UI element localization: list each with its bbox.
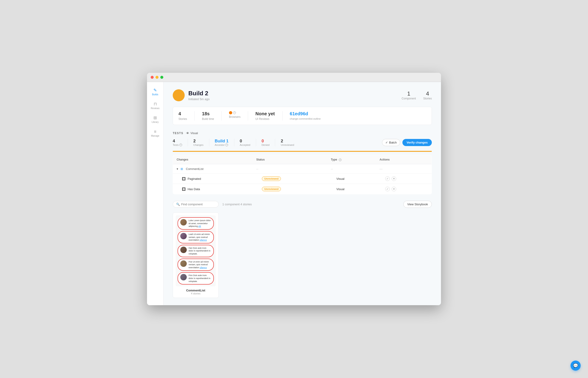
col-actions: Actions (376, 155, 432, 164)
accepted-label: Accepted (240, 144, 250, 146)
component-name: CommentList (186, 167, 204, 171)
stat-tests: 4 Tests ? (173, 139, 188, 146)
col-type: Type ? (327, 155, 376, 164)
component-card-title: CommentList (176, 289, 216, 292)
build-avatar (173, 89, 185, 101)
accepted-count: 0 (240, 139, 250, 144)
table-row-paginated[interactable]: 🔲 Paginated Unreviewed Visual ✓ (173, 174, 432, 184)
sidebar-item-builds[interactable]: ✎ Builds (149, 86, 162, 98)
comment-item-luke: Luke Lorem ipsum dolor sit amet, consect… (178, 217, 214, 230)
metric-commit: 61ed96d change-commentlist-outline (290, 111, 328, 121)
comment-item-poe: Poe Ut enim ad minim veniam, quis nostru… (178, 258, 214, 271)
ancestor-label: Ancestor ? (215, 144, 229, 146)
reject-icon-paginated[interactable]: ✕ (392, 176, 396, 181)
component-icon: ⊞ (180, 167, 184, 171)
comment-text-finn: Finn Duis aute irure dolor in reprehende… (189, 274, 211, 283)
story-name-cell-has-data: 🔲 Has Data (173, 184, 253, 194)
denied-label: Denied (262, 144, 270, 146)
stories-count: 4 (423, 91, 432, 97)
tests-header: TESTS 👁 Visual (173, 131, 432, 135)
expand-icon[interactable]: ▾ (177, 167, 178, 171)
component-card-subtitle: 4 stories (176, 292, 216, 295)
accept-icon-paginated[interactable]: ✓ (385, 176, 390, 181)
sidebar-item-label-library: Library (151, 121, 159, 123)
comment-text-han: Han Duis aute irure dolor in reprehender… (189, 247, 211, 255)
component-type: -- (331, 167, 333, 171)
metric-build-time: 18s Build time (202, 111, 222, 121)
sidebar-item-library[interactable]: ⊞ Library (149, 113, 162, 126)
titlebar (147, 73, 441, 82)
comment-text-luke: Luke Lorem ipsum dolor sit amet, consect… (189, 219, 211, 228)
avatar-finn (180, 274, 187, 280)
component-count: 1 (402, 91, 416, 97)
app-window: ✎ Builds ⊓ Reviews ⊞ Library ≡ Manage (147, 73, 441, 305)
accept-icon-has-data[interactable]: ✓ (385, 187, 390, 191)
story-icon-paginated: 🔲 (182, 177, 185, 180)
browser-info-icon[interactable]: ? (233, 111, 236, 114)
chat-fab[interactable]: 💬 (571, 361, 581, 371)
ancestor-info-icon[interactable]: ? (225, 144, 228, 146)
stat-unreviewed: 2 Unreviewed (281, 139, 300, 146)
component-status-cell: -- (253, 164, 327, 174)
build-time-label: Build time (202, 117, 214, 121)
story-type-paginated: Visual (337, 177, 344, 180)
visual-label: Visual (191, 132, 198, 135)
sidebar-item-reviews[interactable]: ⊓ Reviews (149, 99, 162, 112)
stories-value: 4 (178, 111, 187, 116)
component-status: -- (256, 167, 258, 171)
sidebar-item-label-builds: Builds (152, 93, 158, 96)
build-subtitle: Initiated 5m ago (188, 97, 402, 101)
build-header: Build 2 Initiated 5m ago 1 Component 4 S… (173, 89, 432, 101)
search-icon: 🔍 (176, 202, 180, 206)
commit-hash[interactable]: 61ed96d (290, 111, 321, 116)
build-stat-components: 1 Component (402, 91, 416, 100)
app-body: ✎ Builds ⊓ Reviews ⊞ Library ≡ Manage (147, 82, 441, 305)
story-icon-has-data: 🔲 (182, 187, 185, 191)
comment-link-leia: ullamco (200, 239, 207, 241)
component-label: Component (402, 97, 416, 100)
avatar-img-han (180, 247, 187, 253)
story-status-cell-has-data: Unreviewed (253, 184, 327, 194)
avatar-img-poe (180, 260, 187, 267)
type-info-icon[interactable]: ? (339, 159, 342, 161)
batch-button[interactable]: ✓ Batch (382, 139, 400, 146)
search-input-wrap[interactable]: 🔍 (173, 201, 219, 208)
unreviewed-badge-has-data: Unreviewed (262, 187, 281, 191)
story-name-paginated: Paginated (188, 177, 201, 180)
stories-label: Stories (423, 97, 432, 100)
search-meta: 1 component 4 stories (222, 202, 252, 206)
story-actions-cell-has-data: ✓ ✕ (376, 184, 432, 194)
avatar-img-leia (180, 233, 187, 239)
tests-section: TESTS 👁 Visual 4 Tests ? (173, 131, 432, 146)
stat-denied: 0 Denied (262, 139, 275, 146)
avatar-poe (180, 260, 187, 267)
minimize-button[interactable] (155, 76, 159, 79)
comment-item-han: Han Duis aute irure dolor in reprehender… (178, 245, 214, 257)
table-row-has-data[interactable]: 🔲 Has Data Unreviewed Visual ✓ ✕ (173, 184, 432, 194)
story-status-cell-paginated: Unreviewed (253, 174, 327, 184)
tests-stats-left: 4 Tests ? 2 Changes Build 1 (173, 139, 305, 146)
maximize-button[interactable] (160, 76, 163, 79)
changes-label: Changes (193, 144, 204, 146)
tests-actions: ✓ Batch Verify changes (382, 139, 432, 146)
browsers-value: ? (229, 111, 241, 114)
library-icon: ⊞ (153, 116, 157, 120)
col-status: Status (253, 155, 327, 164)
avatar-leia (180, 233, 187, 239)
comment-text-leia: Leah Ut enim ad minim veniam, quis nostr… (189, 233, 211, 242)
search-input[interactable] (181, 202, 213, 206)
avatar-luke (180, 219, 187, 226)
search-left: 🔍 1 component 4 stories (173, 201, 252, 208)
stat-changes: 2 Changes (193, 139, 209, 146)
view-storybook-button[interactable]: View Storybook (403, 201, 432, 208)
component-card[interactable]: Luke Lorem ipsum dolor sit amet, consect… (173, 212, 219, 298)
verify-changes-button[interactable]: Verify changes (402, 139, 432, 146)
story-type-cell-paginated: Visual (327, 174, 376, 184)
reject-icon-has-data[interactable]: ✕ (392, 187, 396, 191)
tests-info-icon[interactable]: ? (179, 144, 182, 146)
sidebar-item-manage[interactable]: ≡ Manage (149, 127, 162, 140)
ancestor-link[interactable]: Build 1 (215, 139, 229, 144)
visual-badge: 👁 Visual (186, 131, 198, 135)
close-button[interactable] (151, 76, 154, 79)
stat-accepted: 0 Accepted (240, 139, 256, 146)
